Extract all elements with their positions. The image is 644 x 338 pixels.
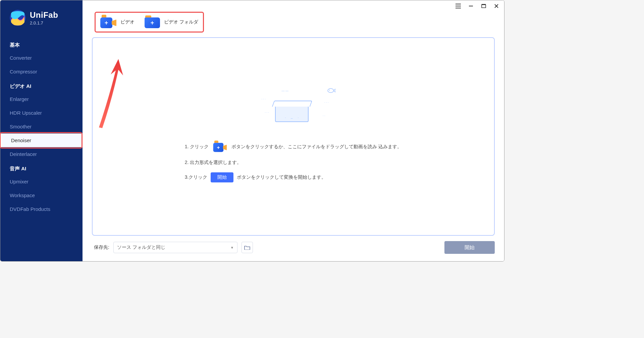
empty-illustration: · · · · · · · · · · · — — . _ . — [262, 91, 325, 127]
step-3-pre: 3.クリック — [185, 174, 208, 180]
sidebar-item-compressor[interactable]: Compressor — [0, 65, 83, 78]
app-version: 2.0.1.7 — [30, 20, 58, 25]
svg-point-4 — [329, 90, 329, 91]
minimize-icon[interactable] — [468, 3, 474, 9]
save-to-label: 保存先: — [94, 244, 109, 250]
nav-section-video-ai: ビデオ AI — [0, 78, 83, 92]
add-video-icon: + — [100, 16, 116, 28]
svg-rect-1 — [482, 5, 486, 8]
sidebar-item-enlarger[interactable]: Enlarger — [0, 92, 83, 106]
add-video-button[interactable]: + ビデオ — [100, 16, 135, 28]
browse-folder-button[interactable] — [241, 242, 253, 253]
save-to-value: ソース フォルダと同じ — [117, 244, 165, 250]
bottom-bar: 保存先: ソース フォルダと同じ ▼ 開始 — [83, 236, 504, 261]
sidebar-item-deinterlacer[interactable]: Deinterlacer — [0, 147, 83, 161]
window-titlebar — [455, 3, 499, 9]
menu-icon[interactable] — [455, 3, 461, 9]
add-folder-icon: + — [145, 16, 160, 28]
add-toolbar: + ビデオ + ビデオ フォルダ — [95, 12, 204, 33]
add-video-label: ビデオ — [120, 19, 135, 25]
app-window: UniFab 2.0.1.7 基本 Converter Compressor ビ… — [0, 0, 504, 262]
main-panel: + ビデオ + ビデオ フォルダ · · · · · · · · — [83, 0, 504, 261]
sidebar-item-converter[interactable]: Converter — [0, 51, 83, 65]
step-3: 3.クリック 開始 ボタンをクリックして変換を開始します。 — [185, 172, 326, 182]
close-icon[interactable] — [493, 3, 499, 9]
sidebar-item-workspace[interactable]: Workspace — [0, 188, 83, 202]
app-name: UniFab — [30, 10, 58, 20]
add-folder-label: ビデオ フォルダ — [164, 19, 198, 25]
sidebar-nav: 基本 Converter Compressor ビデオ AI Enlarger … — [0, 35, 83, 225]
step-1-pre: 1. クリック — [185, 144, 209, 150]
svg-point-3 — [328, 89, 334, 93]
sidebar-item-dvdfab[interactable]: DVDFab Products — [0, 202, 83, 216]
dropzone[interactable]: · · · · · · · · · · · — — . _ . 1. クリック … — [92, 37, 495, 236]
add-folder-button[interactable]: + ビデオ フォルダ — [145, 16, 198, 28]
maximize-icon[interactable] — [481, 3, 487, 9]
start-button[interactable]: 開始 — [444, 241, 495, 254]
instruction-steps: 1. クリック + ボタンをクリックするか、ここにファイルをドラッグして動画を読… — [185, 141, 402, 182]
sidebar-item-upmixer[interactable]: Upmixer — [0, 175, 83, 188]
sidebar-item-smoother[interactable]: Smoother — [0, 120, 83, 133]
chevron-down-icon: ▼ — [230, 246, 234, 249]
sidebar-item-hdr[interactable]: HDR Upscaler — [0, 106, 83, 120]
sidebar: UniFab 2.0.1.7 基本 Converter Compressor ビ… — [0, 0, 83, 261]
step-2-text: 2. 出力形式を選択します。 — [185, 160, 242, 166]
nav-section-audio-ai: 音声 AI — [0, 161, 83, 175]
save-to-select[interactable]: ソース フォルダと同じ ▼ — [113, 242, 237, 253]
step-1: 1. クリック + ボタンをクリックするか、ここにファイルをドラッグして動画を読… — [185, 141, 402, 153]
inline-add-video-icon: + — [213, 142, 227, 152]
brand-block: UniFab 2.0.1.7 — [0, 6, 83, 35]
sidebar-item-denoiser[interactable]: Denoiser — [0, 133, 83, 147]
step-2: 2. 出力形式を選択します。 — [185, 160, 242, 166]
svg-rect-2 — [482, 4, 486, 5]
inline-start-button: 開始 — [211, 172, 233, 182]
step-1-post: ボタンをクリックするか、ここにファイルをドラッグして動画を読み 込みます。 — [231, 144, 402, 150]
step-3-post: ボタンをクリックして変換を開始します。 — [237, 174, 326, 180]
app-logo-icon — [10, 10, 26, 26]
nav-section-basic: 基本 — [0, 37, 83, 51]
folder-icon — [244, 245, 250, 250]
